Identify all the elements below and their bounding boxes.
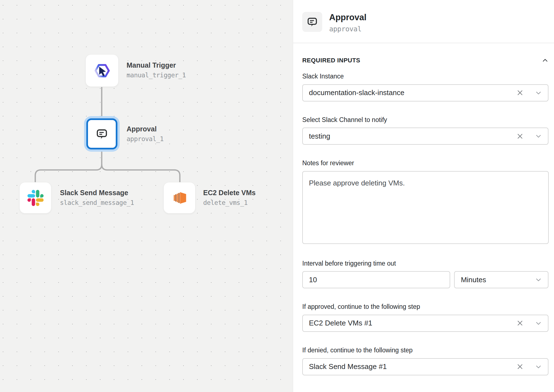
open-dropdown-button[interactable] — [535, 320, 542, 327]
selected-value: testing — [309, 132, 517, 141]
collapse-section-button[interactable] — [542, 57, 548, 64]
node-title: Slack Send Message — [60, 189, 134, 197]
open-dropdown-button[interactable] — [535, 276, 542, 283]
slack-instance-select[interactable]: documentation-slack-instance — [302, 84, 548, 101]
notes-label: Notes for reviewer — [302, 159, 548, 167]
chevron-down-icon — [535, 133, 542, 139]
clear-button[interactable] — [517, 89, 523, 96]
clear-button[interactable] — [517, 363, 523, 370]
ec2-icon — [171, 189, 188, 207]
node-title: Manual Trigger — [127, 62, 186, 69]
interval-value-input[interactable] — [302, 271, 450, 288]
comment-icon — [306, 16, 318, 28]
clear-button[interactable] — [517, 320, 523, 327]
slack-channel-label: Select Slack Channel to notify — [302, 116, 548, 124]
open-dropdown-button[interactable] — [535, 133, 542, 139]
selected-value: Minutes — [461, 276, 535, 284]
clear-button[interactable] — [517, 133, 523, 140]
node-id: delete_vms_1 — [203, 199, 256, 206]
node-title: EC2 Delete VMs — [203, 189, 256, 197]
x-icon — [517, 363, 523, 370]
node-id: slack_send_message_1 — [60, 199, 134, 206]
open-dropdown-button[interactable] — [535, 90, 542, 96]
required-inputs-section-header: REQUIRED INPUTS — [302, 57, 548, 64]
selected-value: Slack Send Message #1 — [309, 362, 517, 371]
approved-step-select[interactable]: EC2 Delete VMs #1 — [302, 315, 548, 332]
node-id: manual_trigger_1 — [127, 72, 186, 79]
section-title: REQUIRED INPUTS — [302, 57, 360, 64]
panel-header: Approval approval — [293, 0, 554, 43]
step-icon — [302, 12, 322, 32]
open-dropdown-button[interactable] — [535, 363, 542, 370]
slack-send-message-node[interactable] — [19, 182, 51, 213]
x-icon — [517, 89, 523, 96]
interval-unit-select[interactable]: Minutes — [454, 271, 548, 288]
selected-value: EC2 Delete VMs #1 — [309, 319, 517, 327]
chevron-down-icon — [535, 90, 542, 96]
chevron-down-icon — [535, 363, 542, 370]
chevron-down-icon — [535, 320, 542, 327]
selected-value: documentation-slack-instance — [309, 88, 517, 97]
step-details-panel: Approval approval REQUIRED INPUTS Slack … — [293, 0, 554, 392]
denied-step-label: If denied, continue to the following ste… — [302, 347, 548, 354]
x-icon — [517, 320, 523, 327]
node-title: Approval — [127, 125, 163, 133]
workflow-canvas[interactable]: Manual Trigger manual_trigger_1 Approval… — [0, 0, 293, 392]
interval-label: Interval before triggering time out — [302, 260, 548, 268]
manual-trigger-node[interactable] — [85, 54, 119, 87]
step-subtitle: approval — [329, 25, 366, 33]
chevron-down-icon — [535, 276, 542, 283]
approved-step-label: If approved, continue to the following s… — [302, 303, 548, 311]
slack-channel-select[interactable]: testing — [302, 128, 548, 145]
ec2-delete-vms-node[interactable] — [163, 182, 195, 213]
comment-icon — [95, 128, 108, 140]
denied-step-select[interactable]: Slack Send Message #1 — [302, 358, 548, 375]
slack-icon — [27, 190, 44, 206]
slack-instance-label: Slack Instance — [302, 73, 548, 80]
notes-textarea[interactable] — [302, 171, 549, 244]
approval-node[interactable] — [84, 116, 120, 152]
hexagon-cursor-icon — [93, 62, 111, 80]
x-icon — [517, 133, 523, 140]
step-title: Approval — [329, 12, 366, 22]
node-id: approval_1 — [127, 136, 163, 142]
chevron-up-icon — [542, 57, 548, 64]
